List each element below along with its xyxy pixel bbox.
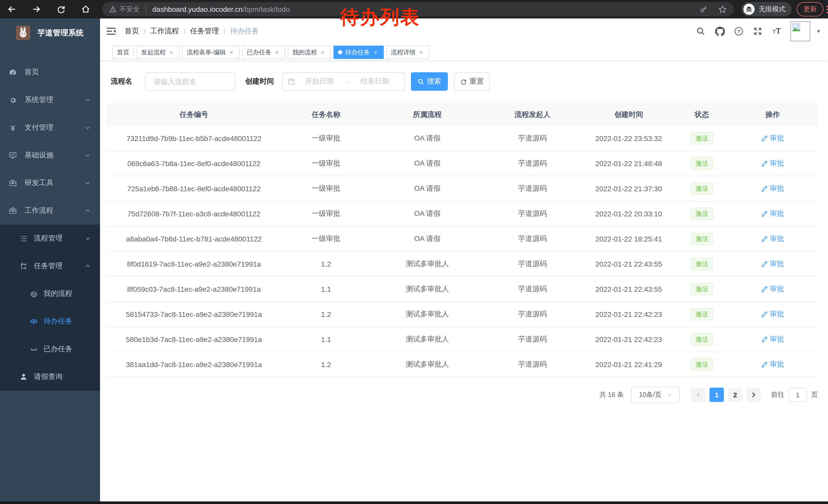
- tag-process-detail[interactable]: 流程详情×: [386, 46, 429, 59]
- approve-link[interactable]: 审批: [761, 159, 784, 168]
- sidebar-item-label: 支付管理: [25, 123, 53, 132]
- tag-my-process[interactable]: 我的流程×: [288, 46, 331, 59]
- not-secure-label[interactable]: 不安全: [120, 5, 139, 14]
- breadcrumb-current: 待办任务: [230, 27, 259, 36]
- not-secure-icon[interactable]: [109, 6, 117, 13]
- task-id-cell: 58154733-7ac8-11ec-a9e2-a2380e71991a: [107, 302, 281, 327]
- tag-start-process[interactable]: 发起流程×: [136, 46, 179, 59]
- task-id-cell: a6aba0a4-7b6d-11ec-b781-acde48001122: [107, 226, 281, 251]
- github-icon[interactable]: [714, 26, 726, 37]
- yen-icon: ¥: [9, 124, 17, 132]
- page-content: 流程名 创建时间 开始日期 - 结束日期 搜索: [100, 61, 828, 403]
- close-icon[interactable]: ×: [168, 49, 175, 56]
- reset-button[interactable]: 重置: [454, 72, 490, 91]
- table-row: 73211d9d-7b9b-11ec-b5b7-acde48001122 一级审…: [107, 126, 818, 151]
- approve-link[interactable]: 审批: [761, 360, 784, 369]
- approve-link[interactable]: 审批: [761, 134, 784, 143]
- status-badge: 激活: [691, 208, 713, 220]
- approve-link[interactable]: 审批: [761, 284, 784, 294]
- reload-icon[interactable]: [56, 4, 66, 14]
- forward-icon[interactable]: [31, 4, 42, 14]
- prev-page-button[interactable]: [691, 387, 705, 402]
- search-icon[interactable]: [695, 26, 706, 37]
- help-icon[interactable]: ?: [733, 26, 744, 37]
- task-id-cell: 8f0d1619-7ac8-11ec-a9e2-a2380e71991a: [107, 251, 281, 277]
- url-text[interactable]: dashboard.yudao.iocoder.cn/bpm/task/todo: [152, 5, 290, 13]
- sidebar-item-leave-query[interactable]: 请假查询: [0, 363, 100, 391]
- close-icon[interactable]: ×: [228, 49, 235, 56]
- approve-link[interactable]: 审批: [761, 335, 784, 344]
- sidebar-item-system[interactable]: 系统管理: [0, 86, 100, 114]
- status-badge: 激活: [691, 157, 713, 170]
- sidebar-item-label: 基础设施: [25, 151, 53, 160]
- chevron-down-icon: [667, 392, 672, 397]
- approve-link[interactable]: 审批: [761, 209, 784, 218]
- goto-label: 前往: [771, 390, 784, 400]
- tag-process-form-edit[interactable]: 流程表单-编辑×: [182, 46, 240, 59]
- browser-menu-icon[interactable]: [826, 5, 828, 13]
- task-id-cell: 381aa1dd-7ac8-11ec-a9e2-a2380e71991a: [107, 352, 281, 377]
- sidebar-item-payment[interactable]: ¥ 支付管理: [0, 114, 100, 141]
- main-area: 首页 / 工作流程 / 任务管理 / 待办任务 ?: [100, 18, 828, 501]
- breadcrumb-task-mgmt[interactable]: 任务管理: [190, 27, 219, 36]
- close-icon[interactable]: ×: [372, 49, 379, 56]
- hamburger-icon[interactable]: [106, 26, 117, 36]
- password-key-icon[interactable]: [700, 5, 708, 13]
- table-row: 381aa1dd-7ac8-11ec-a9e2-a2380e71991a 1.2…: [107, 352, 818, 377]
- goto-suffix: 页: [811, 390, 818, 400]
- sidebar-item-devtools[interactable]: 研发工具: [0, 169, 100, 197]
- sidebar-item-infra[interactable]: 基础设施: [0, 141, 100, 169]
- date-range-picker[interactable]: 开始日期 - 结束日期: [282, 72, 405, 91]
- sidebar-item-todo-tasks[interactable]: 待办任务: [0, 308, 100, 335]
- table-row: 8f059c03-7ac8-11ec-a9e2-a2380e71991a 1.1…: [107, 277, 818, 302]
- sidebar-item-label: 系统管理: [25, 95, 53, 104]
- sidebar-item-my-process[interactable]: 我的流程: [0, 280, 100, 308]
- next-page-button[interactable]: [746, 387, 761, 402]
- sidebar-item-process-mgmt[interactable]: 流程管理: [0, 225, 100, 252]
- approve-link[interactable]: 审批: [761, 260, 784, 269]
- search-button[interactable]: 搜索: [411, 72, 448, 91]
- table-row: a6aba0a4-7b6d-11ec-b781-acde48001122 一级审…: [107, 226, 818, 251]
- close-icon[interactable]: ×: [274, 49, 281, 56]
- page-1-button[interactable]: 1: [709, 387, 724, 402]
- font-size-icon[interactable]: TT: [771, 26, 782, 37]
- update-button[interactable]: 更新: [797, 2, 823, 16]
- tag-home[interactable]: 首页: [112, 46, 134, 59]
- close-icon[interactable]: ×: [418, 49, 425, 56]
- breadcrumb-workflow[interactable]: 工作流程: [150, 27, 179, 36]
- avatar[interactable]: [790, 21, 811, 42]
- start-date-placeholder[interactable]: 开始日期: [295, 77, 344, 86]
- back-icon[interactable]: [7, 4, 17, 14]
- avatar-caret-icon[interactable]: ▼: [816, 29, 821, 34]
- close-icon[interactable]: ×: [319, 49, 326, 56]
- sidebar-item-workflow[interactable]: 工作流程: [0, 197, 100, 225]
- home-icon[interactable]: [81, 4, 91, 14]
- sidebar-item-done-tasks[interactable]: 已办任务: [0, 335, 100, 363]
- eye-closed-icon: [30, 345, 38, 353]
- search-form: 流程名 创建时间 开始日期 - 结束日期 搜索: [107, 72, 818, 91]
- process-name-input[interactable]: [146, 78, 235, 86]
- approve-link[interactable]: 审批: [761, 310, 784, 319]
- page-2-button[interactable]: 2: [728, 387, 742, 402]
- approve-link[interactable]: 审批: [761, 234, 784, 243]
- sidebar-item-task-mgmt[interactable]: 任务管理: [0, 252, 100, 280]
- sidebar-item-home[interactable]: 首页: [0, 58, 100, 86]
- sidebar-item-label: 首页: [25, 68, 39, 77]
- tag-todo-tasks[interactable]: 待办任务×: [333, 46, 384, 59]
- tag-done-tasks[interactable]: 已办任务×: [242, 46, 285, 59]
- page-size-select[interactable]: 10条/页: [631, 386, 680, 403]
- bookmark-star-icon[interactable]: [718, 5, 727, 13]
- goto-page-input[interactable]: [788, 387, 807, 402]
- breadcrumb-home[interactable]: 首页: [125, 27, 139, 36]
- top-navbar: 首页 / 工作流程 / 任务管理 / 待办任务 ?: [100, 18, 828, 44]
- status-badge: 激活: [691, 358, 713, 371]
- approve-link[interactable]: 审批: [761, 184, 784, 193]
- sidebar-item-label: 已办任务: [44, 345, 72, 354]
- sidebar-item-label: 任务管理: [34, 262, 63, 271]
- app-logo[interactable]: 芋道管理系统: [0, 18, 100, 47]
- fullscreen-icon[interactable]: [752, 26, 763, 37]
- eye-icon: [30, 317, 38, 326]
- table-row: 725a1eb6-7b88-11ec-8ef0-acde48001122 一级审…: [107, 176, 818, 201]
- status-badge: 激活: [691, 333, 713, 346]
- end-date-placeholder[interactable]: 结束日期: [350, 77, 399, 86]
